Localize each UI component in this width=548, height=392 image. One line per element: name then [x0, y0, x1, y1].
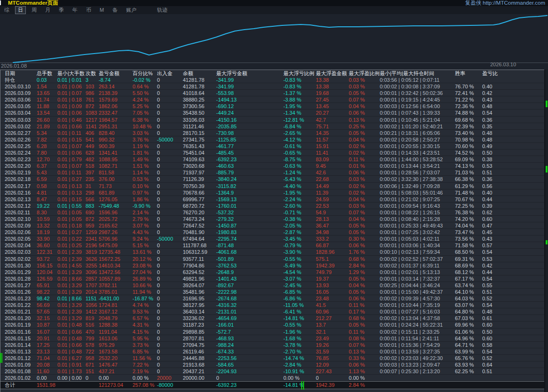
table-row[interactable]: 2026.02.0436.600.01 | 0.2521965475.095.1… [0, 242, 544, 249]
table-row[interactable]: 2026.02.267.820.01 | 0.15541990.323.76 %… [0, 136, 544, 143]
table-row[interactable]: 2026.01.2698.220.01 | 3.2920143785.0111.… [0, 289, 544, 295]
menu-tab-8[interactable]: 备 [108, 7, 122, 14]
table-row[interactable]: 2026.02.275.340.01 | 0.11406828.403.03 %… [0, 130, 544, 136]
menu-tab-9[interactable]: 账户 [122, 7, 141, 14]
cell-date: 2026.01.22 [5, 302, 37, 308]
table-row[interactable]: 2026.02.0618.190.01 | 0.2712592987.264.4… [0, 229, 544, 235]
cell-max-float-profit: 60.96 [316, 308, 349, 315]
menu-tab-1[interactable]: 日 [15, 6, 26, 14]
column-header-max-float-loss-pct[interactable]: 最大浮亏比例 [283, 70, 316, 77]
table-row[interactable]: 2026.02.256.280.01 | 0.07449900.391.19 %… [0, 143, 544, 149]
table-row[interactable]: 2026.01.2398.420.01 | 8.661151-6431.00-1… [0, 295, 544, 302]
table-row[interactable]: 2026.03.0611.740.01 | 0.187611579.694.24… [0, 96, 544, 103]
table-row[interactable]: 2026.02.0533.900.01 | 0.2223415706.969.2… [0, 235, 544, 242]
table-row[interactable]: 2026.01.1417.250.01 | 0.66578975.293.73 … [0, 342, 544, 348]
table-row[interactable]: 2026.02.170.580.01 | 0.133171.730.10 %07… [0, 183, 544, 189]
splitter-handle[interactable] [303, 381, 304, 390]
column-header-max-float-profit-pct[interactable]: 最大浮盈比例 [349, 70, 380, 77]
column-header-date[interactable]: 日期 [5, 70, 37, 77]
table-row[interactable]: 2026.01.2256.690.01 | 3.2910561724.814.7… [0, 302, 544, 308]
table-row[interactable]: 2026.01.020.000.00 | 0.0000.000.00 %2000… [0, 375, 544, 381]
cell-win-rate: 74.04 % [455, 222, 482, 229]
column-header-lots[interactable]: 总手数 [37, 70, 57, 77]
table-row[interactable]: 2026.03.0511.880.01 | 0.098721862.065.25… [0, 103, 544, 110]
table-row[interactable]: 2026.01.0811.600.01 | 1.73151437.212.19 … [0, 368, 544, 375]
cell-date: 2026.02.25 [5, 143, 37, 149]
table-row[interactable]: 2026.03.0413.540.01 | 0.0610832332.477.0… [0, 110, 544, 116]
table-row[interactable]: 2026.02.03122.310.01 | 2.39381912735.481… [0, 249, 544, 255]
menu-tab-0[interactable]: 综 [0, 7, 14, 14]
table-row[interactable]: 2026.02.118.300.01 | 0.056901596.962.14 … [0, 209, 544, 216]
vertical-scrollbar[interactable] [545, 70, 548, 392]
table-row[interactable]: 2026.02.138.470.01 | 0.155661276.051.86 … [0, 196, 544, 203]
table-row[interactable]: 2026.01.1323.130.01 | 0.487221673.586.85… [0, 348, 544, 355]
table-row[interactable]: 2026.01.2157.650.01 | 2.3914123167.129.5… [0, 308, 544, 315]
total-row[interactable]: 合计1531.98121273.04257.08 %-80000-6392.23… [0, 381, 544, 389]
cell-count: 2196 [86, 242, 99, 249]
table-row[interactable]: 2026.01.0920.080.01 | 0.916711476.477.22… [0, 361, 544, 368]
column-header-in-out[interactable]: 出入金 [157, 70, 183, 77]
table-row[interactable]: 2026.03.0326.600.01 | 0.4612171984.576.3… [0, 117, 544, 123]
table-row[interactable]: 2026.02.195.430.01 | 0.11397811.581.14 %… [0, 169, 544, 176]
table-row[interactable]: 2026.01.1616.070.01 | 0.664701191.044.15… [0, 329, 544, 335]
cell-date: 2026.01.19 [5, 321, 37, 328]
cell-max-float-profit-pct: 0.07 % [349, 342, 380, 348]
menu-tab-7[interactable]: M [95, 7, 108, 14]
column-header-pl-ratio[interactable]: 盈亏比 [482, 70, 520, 77]
table-row[interactable]: 2026.01.1910.870.01 | 0.485161288.384.31… [0, 321, 544, 328]
cell-min-max-lots: 0.01 | 0.18 [57, 222, 86, 229]
cell-pl-ratio: 0.50 [482, 149, 520, 156]
column-header-pnl[interactable]: 盈亏金额 [99, 70, 133, 77]
column-header-pct[interactable]: 百分比% [133, 70, 157, 77]
cell-min-max-lots: 0.01 | 3.29 [57, 302, 86, 308]
brand-link[interactable]: 复盈侠 http://MTCommander.com [465, 0, 545, 6]
table-row[interactable]: 2026.01.28126.590.01 | 8.66285710557.892… [0, 275, 544, 282]
column-header-max-float-profit[interactable]: 最大浮盈金额 [316, 70, 349, 77]
table-row[interactable]: 2026.03.0913.650.01 | 0.079862138.395.50… [0, 90, 544, 96]
cell-max-float-profit-pct: 0.33 % [349, 355, 380, 361]
table-row[interactable]: 2026.01.1271.040.01 | 6.279582532.2011.5… [0, 355, 544, 361]
equity-chart[interactable]: 2026.01.08 2026.03.10 [0, 14, 548, 70]
menu-tab-10[interactable]: 轨迹 [153, 7, 172, 14]
cell-max-float-profit-pct: 0.05 % [349, 229, 380, 235]
table-row[interactable]: 2026.01.1520.910.01 | 0.487991613.065.95… [0, 335, 544, 342]
menu-tab-3[interactable]: 月 [41, 7, 55, 14]
table-row[interactable]: 2026.02.1010.590.01 | 0.058722025.722.79… [0, 216, 544, 222]
cell-max-float-profit-pct: 0.05 % [349, 130, 380, 136]
cell-balance: 37300.56 [183, 103, 216, 110]
table-row[interactable]: 2026.01.2032.150.01 | 3.298192048.796.57… [0, 315, 544, 321]
table-row[interactable]: 2026.03.0221.890.01 | 0.6611412951.3110.… [0, 123, 544, 130]
cell-max-float-loss: -2648.9 [216, 269, 283, 275]
column-header-count[interactable]: 次数 [86, 70, 99, 77]
table-row[interactable]: 2026.01.30156.150.01 | 4.55325514610.342… [0, 262, 544, 269]
menu-tab-6[interactable]: 币 [82, 7, 95, 14]
menu-tab-2[interactable]: 周 [27, 7, 41, 14]
cell-in-out: 0 [157, 289, 183, 295]
cell-count: 3 [86, 77, 99, 83]
cell-pnl: 3785.01 [99, 289, 133, 295]
column-header-win-rate[interactable]: 胜率 [455, 70, 482, 77]
cell-max-float-loss: -4654.69 [216, 315, 283, 321]
splitter-handle[interactable] [301, 381, 302, 390]
table-row[interactable]: 2026.02.247.800.01 | 0.066281341.411.81 … [0, 149, 544, 156]
menu-tab-5[interactable]: 年 [68, 7, 82, 14]
table-row[interactable]: 2026.03.101.540.01 | 0.06103263.140.64 %… [0, 83, 544, 90]
menu-tab-4[interactable]: 季 [55, 7, 68, 14]
table-row[interactable]: 2026.02.0293.720.01 | 2.39362615672.2520… [0, 256, 544, 262]
table-row[interactable]: 2026.02.2312.700.01 | 0.794821088.951.49… [0, 156, 544, 163]
column-header-min-max-lots[interactable]: 最小|大手数 [57, 70, 86, 77]
cell-pl-ratio: 0.61 [482, 315, 520, 321]
table-row[interactable]: 2026.01.29120.040.01 | 3.29309613472.562… [0, 269, 544, 275]
table-row[interactable]: 2026.02.1219.220.01 | 0.55883-7549.48-9.… [0, 203, 544, 209]
table-row[interactable]: 2026.02.206.370.01 | 0.075181082.711.51 … [0, 163, 544, 169]
table-row[interactable]: 2026.02.164.810.01 | 0.13298681.890.97 %… [0, 189, 544, 196]
table-row[interactable]: 2026.02.0913.320.01 | 0.189592165.623.07… [0, 222, 544, 229]
cell-max-float-profit-pct: 0.05 % [349, 321, 380, 328]
cell-min-max-lots: 0.01 | 0.07 [57, 90, 86, 96]
table-row[interactable]: 2026.02.186.590.01 | 0.27235376.000.53 %… [0, 176, 544, 182]
column-header-hold-time[interactable]: 最小|平均|最大持仓时间 [380, 70, 455, 77]
column-header-max-float-loss[interactable]: 最大浮亏金额 [216, 70, 283, 77]
table-row[interactable]: 持仓0.030.01 | 0.013-8.74-0.02 %041281.78-… [0, 77, 544, 83]
table-row[interactable]: 2026.01.2765.910.01 | 3.2917073782.1110.… [0, 282, 544, 289]
column-header-balance[interactable]: 余额 [183, 70, 216, 77]
